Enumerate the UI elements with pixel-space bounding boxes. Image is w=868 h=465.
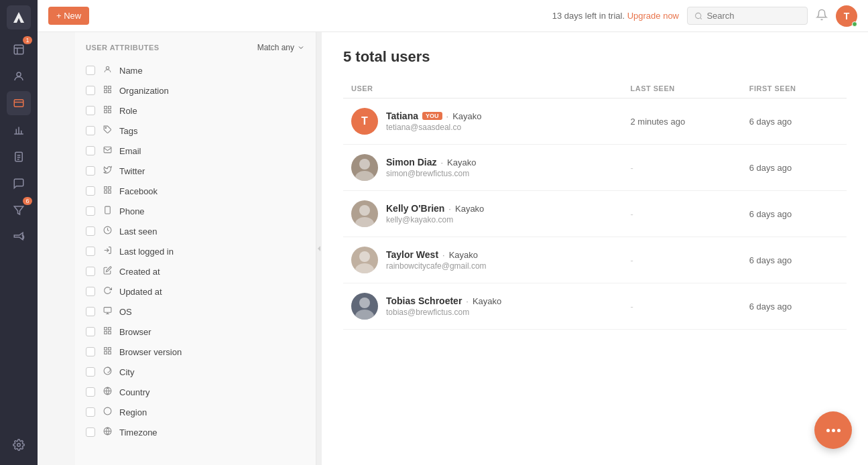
filter-checkbox-country[interactable] [86, 387, 95, 397]
filter-item-country[interactable]: Country [75, 382, 316, 402]
table-row[interactable]: Tobias Schroeter · Kayako tobias@brewfic… [343, 283, 847, 330]
tags-icon [102, 125, 113, 136]
role-icon [102, 105, 113, 116]
svg-rect-28 [104, 332, 107, 334]
user-cell: Tobias Schroeter · Kayako tobias@brewfic… [343, 283, 622, 330]
first-seen-cell: 6 days ago [741, 191, 847, 237]
avatar [351, 200, 378, 227]
user-name: Simon Diaz [386, 157, 436, 168]
nav-item-messages[interactable] [7, 172, 31, 196]
filter-label-organization: Organization [119, 86, 169, 96]
user-cell: Taylor West · Kayako rainbowcitycafe@gma… [343, 237, 622, 283]
filter-checkbox-city[interactable] [86, 367, 95, 377]
svg-rect-11 [108, 90, 111, 93]
match-any-dropdown[interactable]: Match any [257, 43, 305, 52]
avatar [351, 154, 378, 181]
filter-checkbox-os[interactable] [86, 307, 95, 316]
filter-checkbox-facebook[interactable] [86, 186, 95, 196]
first-seen-value: 6 days ago [749, 163, 792, 173]
bell-icon[interactable] [816, 9, 828, 23]
user-info: Simon Diaz · Kayako simon@brewfictus.com [386, 157, 476, 178]
filter-checkbox-browser[interactable] [86, 327, 95, 336]
nav-item-users[interactable] [7, 91, 31, 115]
filter-item-browser[interactable]: Browser [75, 322, 316, 342]
svg-rect-33 [108, 352, 111, 354]
header-user-avatar[interactable]: T [836, 5, 857, 27]
search-input[interactable] [706, 11, 800, 21]
filter-label-os: OS [119, 307, 132, 317]
new-button[interactable]: + New [48, 7, 89, 25]
table-row[interactable]: T Tatiana YOU · Kayako tetiana@saasdeal.… [343, 98, 847, 145]
nav-gear-icon[interactable] [7, 433, 31, 457]
filter-item-timezone[interactable]: Timezone [75, 422, 316, 442]
svg-rect-14 [104, 111, 107, 113]
nav-item-megaphone[interactable] [7, 225, 31, 249]
filter-checkbox-email[interactable] [86, 146, 95, 155]
twitter-icon [102, 165, 113, 176]
filter-checkbox-browser-version[interactable] [86, 347, 95, 356]
filter-item-role[interactable]: Role [75, 101, 316, 121]
filter-item-region[interactable]: Region [75, 402, 316, 422]
email-icon [102, 145, 113, 156]
chat-bubble[interactable] [814, 411, 852, 449]
panel-divider-arrow [316, 243, 322, 254]
table-row[interactable]: Simon Diaz · Kayako simon@brewfictus.com… [343, 145, 847, 191]
filter-label-browser: Browser [119, 327, 151, 337]
updated-at-icon [102, 286, 113, 297]
svg-point-6 [696, 13, 701, 18]
filter-checkbox-organization[interactable] [86, 86, 95, 95]
filter-item-city[interactable]: City [75, 362, 316, 382]
nav-item-funnel[interactable]: 6 [7, 198, 31, 222]
filter-checkbox-last-seen[interactable] [86, 226, 95, 236]
svg-rect-1 [14, 45, 23, 54]
filter-item-tags[interactable]: Tags [75, 121, 316, 141]
table-row[interactable]: Kelly O'Brien · Kayako kelly@kayako.com … [343, 191, 847, 237]
filter-checkbox-timezone[interactable] [86, 427, 95, 437]
filter-checkbox-twitter[interactable] [86, 166, 95, 176]
filter-item-last-logged-in[interactable]: Last logged in [75, 241, 316, 261]
filter-checkbox-name[interactable] [86, 66, 95, 75]
nav-item-chart[interactable] [7, 118, 31, 142]
facebook-icon [102, 186, 113, 196]
filter-checkbox-created-at[interactable] [86, 267, 95, 276]
first-seen-cell: 6 days ago [741, 98, 847, 145]
filter-checkbox-phone[interactable] [86, 206, 95, 216]
header: + New 13 days left in trial. Upgrade now… [38, 0, 868, 32]
filter-checkbox-last-logged-in[interactable] [86, 247, 95, 256]
filter-label-timezone: Timezone [119, 427, 158, 438]
user-company: Kayako [452, 111, 481, 121]
filter-item-organization[interactable]: Organization [75, 80, 316, 101]
filter-item-created-at[interactable]: Created at [75, 261, 316, 281]
last-seen-value: 2 minutes ago [630, 117, 685, 127]
upgrade-link[interactable]: Upgrade now [627, 11, 679, 21]
user-cell: Kelly O'Brien · Kayako kelly@kayako.com [343, 191, 622, 237]
nav-item-inbox[interactable]: 1 [7, 38, 31, 62]
user-info: Tatiana YOU · Kayako tetiana@saasdeal.co [386, 111, 482, 132]
search-box[interactable] [687, 7, 808, 25]
nav-sidebar: 1 6 [0, 0, 38, 465]
nav-logo[interactable] [7, 5, 31, 29]
filter-checkbox-role[interactable] [86, 106, 95, 115]
svg-rect-26 [104, 328, 107, 330]
filter-item-os[interactable]: OS [75, 302, 316, 322]
svg-point-7 [106, 66, 109, 69]
filter-item-twitter[interactable]: Twitter [75, 161, 316, 181]
first-seen-cell: 6 days ago [741, 283, 847, 330]
filter-item-name[interactable]: Name [75, 60, 316, 80]
table-row[interactable]: Taylor West · Kayako rainbowcitycafe@gma… [343, 237, 847, 283]
separator-dot: · [446, 111, 449, 121]
filter-checkbox-region[interactable] [86, 407, 95, 417]
filter-checkbox-updated-at[interactable] [86, 287, 95, 296]
svg-rect-29 [108, 332, 111, 334]
filter-item-phone[interactable]: Phone [75, 201, 316, 221]
user-info: Kelly O'Brien · Kayako kelly@kayako.com [386, 203, 484, 224]
filter-item-last-seen[interactable]: Last seen [75, 221, 316, 241]
nav-item-contacts[interactable] [7, 64, 31, 88]
nav-item-reports[interactable] [7, 145, 31, 169]
filter-item-updated-at[interactable]: Updated at [75, 281, 316, 302]
filter-item-email[interactable]: Email [75, 141, 316, 161]
filter-item-facebook[interactable]: Facebook [75, 181, 316, 201]
svg-rect-21 [108, 191, 111, 194]
filter-checkbox-tags[interactable] [86, 126, 95, 135]
filter-item-browser-version[interactable]: Browser version [75, 342, 316, 362]
